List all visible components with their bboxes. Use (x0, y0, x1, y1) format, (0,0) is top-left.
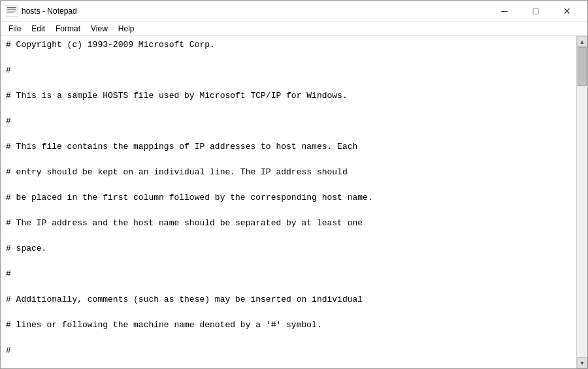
menu-bar: File Edit Format View Help (1, 22, 587, 36)
scrollbar-track[interactable] (577, 47, 587, 357)
app-icon (6, 5, 18, 17)
window-controls: ─ □ ✕ (489, 1, 582, 21)
menu-view[interactable]: View (86, 22, 113, 35)
menu-format[interactable]: Format (50, 22, 86, 35)
text-editor[interactable]: # Copyright (c) 1993-2009 Microsoft Corp… (1, 36, 576, 368)
line-3: # This is a sample HOSTS file used by Mi… (6, 89, 571, 103)
menu-edit[interactable]: Edit (26, 22, 50, 35)
line-10: # (6, 268, 571, 281)
menu-help[interactable]: Help (113, 22, 140, 35)
notepad-window: hosts - Notepad ─ □ ✕ File Edit Format V… (0, 0, 588, 369)
scrollbar-thumb[interactable] (578, 47, 587, 86)
maximize-button[interactable]: □ (521, 1, 551, 21)
svg-rect-2 (7, 9, 16, 10)
window-title: hosts - Notepad (22, 7, 489, 16)
svg-rect-4 (7, 12, 14, 13)
line-8: # The IP address and the host name shoul… (6, 217, 571, 230)
close-button[interactable]: ✕ (552, 1, 582, 21)
line-9: # space. (6, 242, 571, 255)
line-12: # lines or following the machine name de… (6, 319, 571, 332)
line-11: # Additionally, comments (such as these)… (6, 293, 571, 306)
line-6: # entry should be kept on an individual … (6, 166, 571, 179)
scroll-down-button[interactable]: ▼ (577, 357, 587, 368)
svg-rect-1 (7, 7, 16, 8)
title-bar: hosts - Notepad ─ □ ✕ (1, 1, 587, 22)
content-area: # Copyright (c) 1993-2009 Microsoft Corp… (1, 36, 587, 368)
line-4: # (6, 115, 571, 128)
line-7: # be placed in the first column followed… (6, 191, 571, 204)
scroll-up-button[interactable]: ▲ (577, 36, 587, 47)
line-13: # (6, 344, 571, 357)
svg-rect-3 (7, 10, 16, 11)
minimize-button[interactable]: ─ (489, 1, 519, 21)
vertical-scrollbar[interactable]: ▲ ▼ (576, 36, 587, 368)
line-1: # Copyright (c) 1993-2009 Microsoft Corp… (6, 39, 571, 52)
line-2: # (6, 64, 571, 77)
line-5: # This file contains the mappings of IP … (6, 140, 571, 153)
menu-file[interactable]: File (3, 22, 26, 35)
